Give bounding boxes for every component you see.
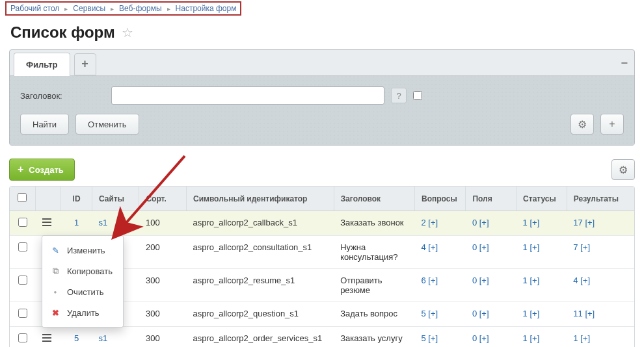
ctx-copy[interactable]: ⧉ Копировать (42, 261, 123, 281)
filter-checkbox[interactable] (413, 91, 422, 100)
favorite-star-icon[interactable]: ☆ (122, 25, 133, 40)
delete-icon: ✖ (50, 307, 60, 318)
row-checkbox[interactable] (18, 242, 27, 251)
results-add-link[interactable]: [+] (585, 218, 595, 227)
results-link[interactable]: 11 (573, 309, 582, 318)
col-header-results[interactable]: Результаты (567, 186, 634, 211)
row-menu-button[interactable] (42, 218, 54, 227)
results-add-link[interactable]: [+] (580, 333, 590, 343)
statuses-link[interactable]: 1 (523, 333, 528, 343)
breadcrumb-item[interactable]: Сервисы (73, 4, 105, 13)
questions-link[interactable]: 5 (421, 333, 425, 343)
questions-link[interactable]: 4 (421, 242, 425, 252)
results-link[interactable]: 4 (573, 276, 578, 285)
ctx-delete[interactable]: ✖ Удалить (42, 302, 123, 323)
filter-tab[interactable]: Фильтр (14, 53, 70, 76)
col-header-questions[interactable]: Вопросы (414, 186, 465, 211)
cell-fields: 0 [+] (466, 236, 517, 269)
row-checkbox[interactable] (18, 218, 27, 227)
id-link[interactable]: 5 (74, 333, 79, 343)
breadcrumb-item[interactable]: Рабочий стол (10, 4, 59, 13)
col-header-title[interactable]: Заголовок (334, 186, 414, 211)
breadcrumb-item[interactable]: Настройка форм (176, 4, 237, 13)
cell-symbol: aspro_allcorp2_consultation_s1 (186, 236, 334, 269)
statuses-link[interactable]: 1 (523, 218, 528, 227)
filter-help-button[interactable]: ? (391, 88, 407, 103)
fields-add-link[interactable]: [+] (479, 276, 489, 285)
results-add-link[interactable]: [+] (585, 309, 595, 318)
statuses-add-link[interactable]: [+] (530, 276, 539, 285)
statuses-add-link[interactable]: [+] (530, 333, 539, 343)
row-checkbox[interactable] (18, 309, 27, 318)
questions-link[interactable]: 6 (421, 276, 425, 285)
col-header-statuses[interactable]: Статусы (517, 186, 567, 211)
cell-fields: 0 [+] (466, 302, 517, 327)
questions-add-link[interactable]: [+] (428, 242, 438, 252)
cell-symbol: aspro_allcorp2_question_s1 (186, 302, 334, 327)
results-add-link[interactable]: [+] (580, 276, 590, 285)
fields-add-link[interactable]: [+] (479, 242, 489, 252)
statuses-add-link[interactable]: [+] (530, 309, 539, 318)
statuses-link[interactable]: 1 (523, 309, 528, 318)
cell-fields: 0 [+] (466, 269, 517, 302)
col-header-symbol[interactable]: Символьный идентификатор (186, 186, 334, 211)
grid-settings-button[interactable]: ⚙ (611, 159, 635, 180)
breadcrumb-item[interactable]: Веб-формы (119, 4, 162, 13)
cell-statuses: 1 [+] (517, 269, 567, 302)
filter-add-button[interactable]: + (600, 114, 624, 135)
col-header-sites[interactable]: Сайты (92, 186, 139, 211)
col-header-sort[interactable]: Сорт. (139, 186, 187, 211)
filter-settings-button[interactable]: ⚙ (570, 114, 594, 135)
filter-find-button[interactable]: Найти (20, 114, 69, 135)
row-checkbox[interactable] (18, 276, 27, 285)
table-row: 5s1300aspro_allcorp2_order_services_s1За… (10, 327, 634, 348)
fields-add-link[interactable]: [+] (479, 218, 489, 227)
results-add-link[interactable]: [+] (580, 242, 590, 252)
id-link[interactable]: 1 (74, 218, 79, 227)
fields-link[interactable]: 0 (472, 276, 477, 285)
filter-add-tab[interactable]: + (74, 53, 96, 75)
cell-id: 1 (61, 211, 92, 236)
results-link[interactable]: 1 (573, 333, 578, 343)
col-header-id[interactable]: ID (61, 186, 92, 211)
statuses-link[interactable]: 1 (523, 276, 528, 285)
select-all-checkbox[interactable] (18, 193, 27, 202)
cell-sort: 100 (139, 211, 187, 236)
filter-cancel-button[interactable]: Отменить (75, 114, 139, 135)
questions-add-link[interactable]: [+] (428, 333, 438, 343)
ctx-edit-label: Изменить (67, 246, 105, 255)
cell-questions: 6 [+] (414, 269, 465, 302)
col-header-fields[interactable]: Поля (466, 186, 517, 211)
results-link[interactable]: 7 (573, 242, 578, 252)
fields-link[interactable]: 0 (472, 242, 477, 252)
row-menu-button[interactable] (42, 333, 54, 342)
statuses-add-link[interactable]: [+] (530, 242, 539, 252)
fields-link[interactable]: 0 (472, 218, 477, 227)
fields-add-link[interactable]: [+] (479, 333, 489, 343)
questions-link[interactable]: 2 (421, 218, 425, 227)
ctx-edit[interactable]: ✎ Изменить (42, 240, 123, 261)
filter-collapse-button[interactable]: − (621, 57, 628, 70)
site-link[interactable]: s1 (98, 218, 107, 227)
row-checkbox[interactable] (18, 333, 27, 342)
minus-icon: − (621, 57, 628, 70)
questions-link[interactable]: 5 (421, 309, 425, 318)
fields-link[interactable]: 0 (472, 333, 477, 343)
cell-statuses: 1 [+] (517, 302, 567, 327)
fields-add-link[interactable]: [+] (479, 309, 489, 318)
filter-title-input[interactable] (111, 86, 384, 105)
cell-symbol: aspro_allcorp2_resume_s1 (186, 269, 334, 302)
statuses-link[interactable]: 1 (523, 242, 528, 252)
create-button[interactable]: + Создать (9, 159, 75, 181)
cell-results: 17 [+] (567, 211, 634, 236)
questions-add-link[interactable]: [+] (428, 309, 438, 318)
plus-icon: + (609, 118, 615, 130)
results-link[interactable]: 17 (573, 218, 582, 227)
statuses-add-link[interactable]: [+] (530, 218, 539, 227)
questions-add-link[interactable]: [+] (428, 276, 438, 285)
fields-link[interactable]: 0 (472, 309, 477, 318)
questions-add-link[interactable]: [+] (428, 218, 438, 227)
ctx-clear[interactable]: ● Очистить (42, 281, 123, 302)
site-link[interactable]: s1 (98, 333, 107, 343)
table-row: 1s1100aspro_allcorp2_callback_s1Заказать… (10, 211, 634, 236)
